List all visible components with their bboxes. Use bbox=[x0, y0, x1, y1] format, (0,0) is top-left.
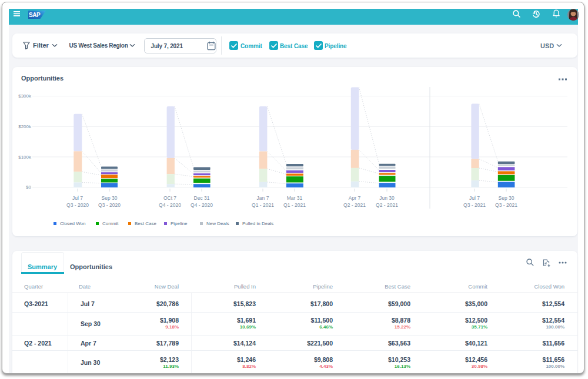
svg-text:Best Case: Best Case bbox=[135, 221, 156, 226]
svg-text:Jun 30: Jun 30 bbox=[379, 195, 395, 201]
svg-text:Q3 - 2020: Q3 - 2020 bbox=[66, 202, 89, 208]
svg-text:Sep 30: Sep 30 bbox=[102, 195, 118, 201]
svg-text:Pipeline: Pipeline bbox=[171, 221, 188, 226]
svg-text:Sep 30: Sep 30 bbox=[499, 195, 514, 201]
svg-text:Pulled in Deals: Pulled in Deals bbox=[242, 221, 273, 226]
svg-text:Jan 7: Jan 7 bbox=[257, 195, 269, 201]
svg-text:New Deals: New Deals bbox=[206, 221, 229, 226]
svg-text:Apr 7: Apr 7 bbox=[349, 195, 361, 201]
svg-text:Q2 - 2021: Q2 - 2021 bbox=[343, 202, 366, 208]
svg-text:Closed Won: Closed Won bbox=[60, 221, 85, 226]
svg-text:Jul 7: Jul 7 bbox=[469, 195, 480, 201]
svg-text:Mar 31: Mar 31 bbox=[287, 195, 303, 201]
svg-text:Q3 - 2021: Q3 - 2021 bbox=[495, 202, 517, 208]
svg-text:$100k: $100k bbox=[18, 155, 32, 160]
svg-text:Q4 - 2020: Q4 - 2020 bbox=[191, 202, 213, 208]
svg-text:$200k: $200k bbox=[18, 124, 32, 129]
svg-text:Q1 - 2021: Q1 - 2021 bbox=[283, 202, 306, 208]
svg-text:Q3 - 2021: Q3 - 2021 bbox=[463, 202, 486, 208]
svg-text:OCt 7: OCt 7 bbox=[163, 195, 176, 201]
svg-text:Q1 - 2021: Q1 - 2021 bbox=[252, 202, 274, 208]
svg-text:Q3 - 2020: Q3 - 2020 bbox=[98, 202, 121, 208]
svg-text:SAP: SAP bbox=[29, 12, 41, 18]
svg-text:Jul 7: Jul 7 bbox=[72, 195, 83, 201]
svg-text:$300k: $300k bbox=[18, 93, 32, 99]
svg-text:Q2 - 2021: Q2 - 2021 bbox=[376, 202, 398, 208]
svg-text:$0: $0 bbox=[26, 185, 31, 190]
svg-text:Commit: Commit bbox=[102, 221, 119, 226]
svg-text:Q4 - 2020: Q4 - 2020 bbox=[159, 202, 181, 208]
svg-text:Dec 31: Dec 31 bbox=[194, 195, 210, 201]
